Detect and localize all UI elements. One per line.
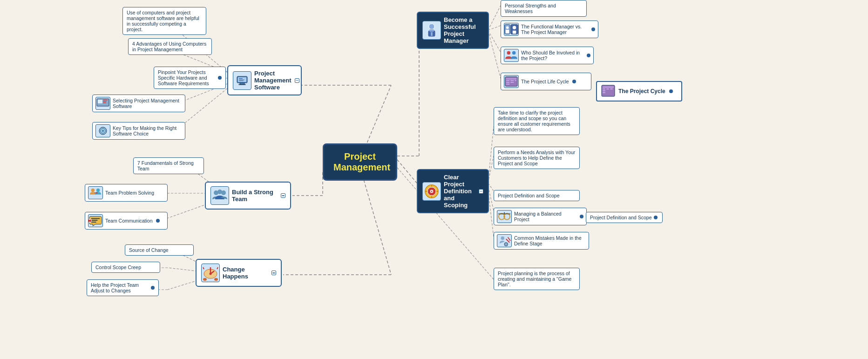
svg-rect-118 [603,92,605,93]
ch-child-3[interactable]: Help the Project Team Adjust to Changes [87,279,159,296]
pms-label: ProjectManagementSoftware [254,70,291,91]
svg-line-4 [360,167,391,275]
bpm-icon [422,21,441,40]
svg-rect-91 [506,78,517,79]
svg-point-84 [506,26,509,29]
cp-child-2[interactable]: Perform a Needs Analysis with Your Custo… [494,147,580,169]
svg-rect-117 [603,90,605,91]
pms-child-3[interactable]: Pinpoint Your Projects Specific Hardware… [154,67,226,89]
bpm-child-3[interactable]: Who Should Be Involved in the Project? [501,47,594,64]
svg-line-112 [508,237,511,241]
svg-rect-81 [431,32,433,36]
svg-rect-64 [91,218,100,219]
project-cycle-expand[interactable] [669,89,673,93]
cp-collapse[interactable] [479,189,483,194]
pms-child-5-text: Key Tips for Making the Right Software C… [113,125,182,136]
pms-collapse[interactable] [295,78,299,83]
cp-child-3[interactable]: Project Definition and Scope [494,190,580,201]
bst-child-3-expand[interactable] [156,219,160,223]
ch-label: Change Happens [223,266,268,280]
bpm-child-4-text: The Project Life Cycle [521,79,569,84]
cp-child-2-text: Perform a Needs Analysis with Your Custo… [498,149,575,166]
pms-child-3-expand[interactable] [218,76,222,80]
svg-rect-116 [603,88,605,89]
svg-rect-47 [239,80,244,80]
bst-label: Build a Strong Team [232,189,277,203]
mindmap-container: ProjectManagement ProjectManagementSoftw… [0,0,868,359]
svg-rect-46 [239,78,243,79]
svg-rect-90 [505,77,517,87]
bst-child-1[interactable]: 7 Fundamentals of Strong Team [133,157,204,174]
svg-point-78 [429,24,434,29]
bst-child-3-icon [88,214,103,227]
pms-child-2[interactable]: 4 Advantages of Using Computers in Proje… [128,38,212,55]
svg-point-110 [501,237,505,240]
pds-right-text: Project Definition and Scope [590,215,652,220]
pms-icon [233,71,251,90]
bst-collapse[interactable] [281,193,285,198]
svg-rect-95 [510,80,514,81]
bpm-child-2-icon [504,23,519,36]
pms-child-4[interactable]: Selecting Project Management Software [92,95,185,112]
svg-line-32 [488,6,501,30]
bst-child-3-text: Team Communication [105,218,153,224]
cp-main-node[interactable]: Clear ProjectDefinition andScoping [417,169,489,213]
cp-child-3-text: Project Definition and Scope [498,193,560,198]
bst-child-2[interactable]: Team Problem Solving [85,184,168,202]
cp-child-1[interactable]: Take time to clarify the project definit… [494,107,580,135]
svg-line-34 [488,30,501,52]
svg-rect-44 [238,84,246,85]
svg-rect-51 [103,100,108,101]
bst-child-2-text: Team Problem Solving [105,190,154,196]
pms-main-node[interactable]: ProjectManagementSoftware [227,65,302,95]
ch-collapse[interactable] [271,271,276,275]
bst-child-3[interactable]: Team Communication [85,212,168,230]
cp-child-4[interactable]: Managing a Balanced Project [494,208,587,225]
bpm-child-4[interactable]: The Project Life Cycle [501,73,591,90]
svg-point-59 [221,190,226,195]
ch-child-2[interactable]: Control Scope Creep [91,262,160,273]
the-project-cycle[interactable]: The Project Cycle [596,81,682,102]
bpm-child-4-expand[interactable] [572,80,576,83]
bpm-child-2-expand[interactable] [591,27,595,31]
bst-icon [210,186,229,205]
svg-rect-50 [98,100,102,103]
bpm-child-2[interactable]: The Functional Manager vs. The Project M… [501,20,598,38]
svg-point-89 [512,51,516,55]
cp-child-5-icon [497,234,512,247]
ch-child-3-expand[interactable] [151,286,155,290]
bpm-child-1[interactable]: Personal Strengths and Weaknesses [501,0,587,17]
bpm-child-4-icon [504,75,519,88]
bpm-child-3-text: Who Should Be Involved in the Project? [521,50,583,61]
svg-rect-52 [103,101,107,102]
svg-rect-94 [506,84,510,85]
pms-child-5[interactable]: Key Tips for Making the Right Software C… [92,122,185,140]
pds-right[interactable]: Project Definition and Scope [586,212,663,223]
svg-point-101 [431,190,433,192]
cp-child-4-expand[interactable] [580,215,583,218]
svg-line-33 [488,26,501,30]
cp-child-5-text: Common Mistakes Made in the Define Stage [514,235,586,246]
pms-child-1[interactable]: Use of computers and project management … [122,7,206,35]
cp-child-5[interactable]: Common Mistakes Made in the Define Stage [494,232,589,250]
central-node[interactable]: ProjectManagement [323,143,397,181]
svg-rect-65 [91,220,98,221]
cp-child-1-text: Take time to clarify the project definit… [498,110,570,132]
bpm-child-3-expand[interactable] [587,54,590,57]
svg-point-60 [91,189,95,192]
svg-point-56 [102,130,104,132]
pds-right-expand[interactable] [654,216,658,219]
bpm-label: Become aSuccessful ProjectManager [444,16,483,44]
svg-point-61 [96,189,100,192]
svg-rect-92 [506,80,510,81]
bpm-child-2-text: The Functional Manager vs. The Project M… [521,24,588,35]
cp-child-4-icon [497,210,512,223]
bst-main-node[interactable]: Build a Strong Team [205,182,291,210]
pp-child-1[interactable]: Project planning is the process of creat… [494,268,580,290]
ch-child-1-text: Source of Change [129,247,169,253]
svg-rect-115 [603,87,614,88]
pms-child-5-icon [95,124,110,137]
bpm-main-node[interactable]: Become aSuccessful ProjectManager [417,12,489,49]
ch-child-1[interactable]: Source of Change [125,244,194,256]
ch-main-node[interactable]: Change Happens [196,259,282,287]
